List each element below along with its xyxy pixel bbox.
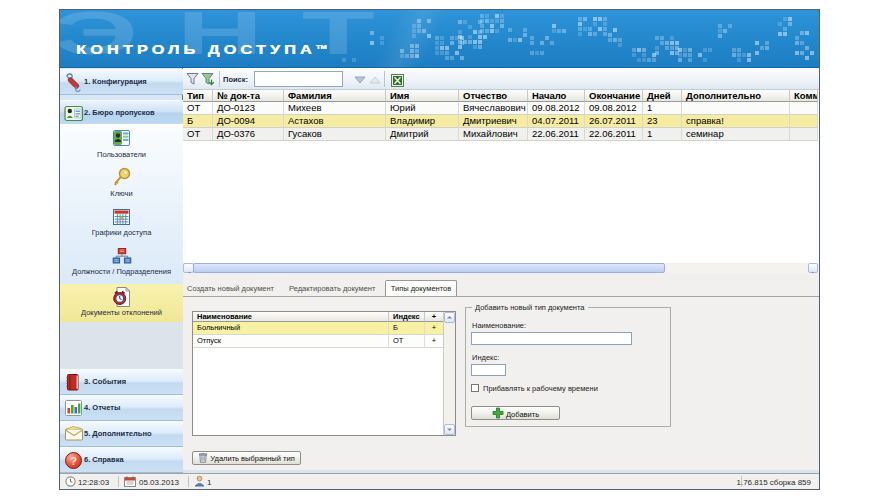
svg-text:?: ? — [70, 455, 77, 467]
